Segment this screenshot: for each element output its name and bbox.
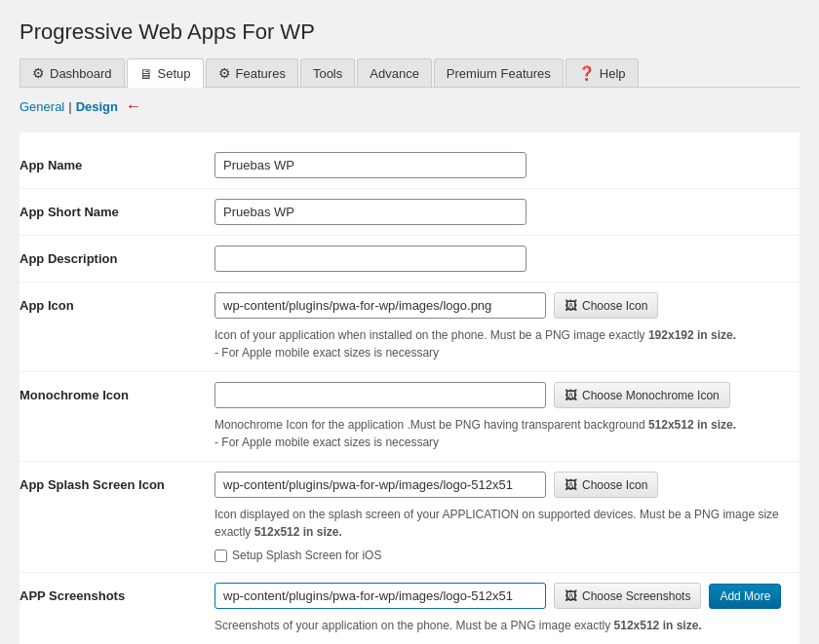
tab-premium[interactable]: Premium Features [434,58,564,87]
app-name-row: App Name [20,142,800,189]
app-screenshots-row: APP Screenshots 🖼 Choose Screenshots Add… [20,573,800,644]
choose-icon-button[interactable]: 🖼 Choose Icon [554,292,658,319]
splash-screen-icon-label: App Splash Screen Icon [20,472,214,492]
tab-help[interactable]: ❓ Help [566,58,639,87]
breadcrumb: General | Design ← [20,97,800,115]
app-name-field [214,152,800,178]
choose-monochrome-icon-button[interactable]: 🖼 Choose Monochrome Icon [554,382,730,408]
choose-splash-icon-button[interactable]: 🖼 Choose Icon [554,472,658,498]
splash-ios-label: Setup Splash Screen for iOS [232,549,381,562]
app-screenshots-field: 🖼 Choose Screenshots Add More Screenshot… [214,583,800,634]
nav-tabs: ⚙ Dashboard 🖥 Setup ⚙ Features Tools Adv… [20,58,800,88]
breadcrumb-arrow: ← [126,97,141,115]
tab-tools[interactable]: Tools [300,58,355,87]
breadcrumb-general[interactable]: General [20,99,64,114]
tab-features[interactable]: ⚙ Features [206,58,298,87]
app-screenshots-label: APP Screenshots [20,583,214,603]
setup-icon: 🖥 [139,66,153,82]
app-description-row: App Description [20,236,800,283]
breadcrumb-design[interactable]: Design [76,99,118,114]
app-icon-help: Icon of your application when installed … [214,326,800,361]
help-icon: ❓ [578,65,595,81]
form-table: App Name App Short Name App Description … [20,133,800,644]
app-screenshots-help: Screenshots of your application on the p… [214,617,800,634]
app-description-input[interactable] [214,246,526,272]
image-icon: 🖼 [565,298,577,313]
screenshots-image-icon: 🖼 [565,588,577,603]
monochrome-icon-label: Monochrome Icon [20,382,214,402]
add-more-button[interactable]: Add More [709,584,781,609]
splash-screen-icon-row: App Splash Screen Icon 🖼 Choose Icon Ico… [20,462,800,573]
app-short-name-input[interactable] [214,199,526,225]
monochrome-icon-field: 🖼 Choose Monochrome Icon Monochrome Icon… [214,382,800,451]
monochrome-icon-input[interactable] [214,382,546,408]
app-icon-field: 🖼 Choose Icon Icon of your application w… [214,292,800,361]
app-icon-row: App Icon 🖼 Choose Icon Icon of your appl… [20,283,800,372]
choose-screenshots-button[interactable]: 🖼 Choose Screenshots [554,583,701,609]
dashboard-icon: ⚙ [32,65,45,81]
app-description-field [214,246,800,272]
tab-advance[interactable]: Advance [357,58,432,87]
app-screenshots-input-row: 🖼 Choose Screenshots Add More [214,583,800,609]
page-title: Progressive Web Apps For WP [20,19,800,45]
app-short-name-row: App Short Name [20,189,800,236]
app-short-name-field [214,199,800,225]
splash-screen-icon-field: 🖼 Choose Icon Icon displayed on the spla… [214,472,800,562]
splash-image-icon: 🖼 [565,477,577,492]
app-name-label: App Name [20,152,214,172]
tab-dashboard[interactable]: ⚙ Dashboard [20,58,125,87]
app-screenshots-input[interactable] [214,583,546,609]
tab-setup[interactable]: 🖥 Setup [127,58,204,88]
app-name-input[interactable] [214,152,526,178]
breadcrumb-separator: | [68,99,71,114]
app-short-name-label: App Short Name [20,199,214,219]
app-description-label: App Description [20,246,214,266]
monochrome-icon-row: Monochrome Icon 🖼 Choose Monochrome Icon… [20,372,800,462]
app-icon-input-row: 🖼 Choose Icon [214,292,800,319]
splash-screen-icon-input[interactable] [214,472,546,498]
app-icon-label: App Icon [20,292,214,313]
monochrome-icon-input-row: 🖼 Choose Monochrome Icon [214,382,800,408]
splash-screen-icon-input-row: 🖼 Choose Icon [214,472,800,498]
monochrome-icon-help: Monochrome Icon for the application .Mus… [214,416,800,451]
app-icon-input[interactable] [214,292,546,319]
monochrome-image-icon: 🖼 [565,388,577,402]
features-icon: ⚙ [218,65,231,81]
splash-ios-checkbox-row: Setup Splash Screen for iOS [214,549,800,562]
splash-ios-checkbox[interactable] [214,549,227,562]
splash-screen-icon-help: Icon displayed on the splash screen of y… [214,506,800,541]
